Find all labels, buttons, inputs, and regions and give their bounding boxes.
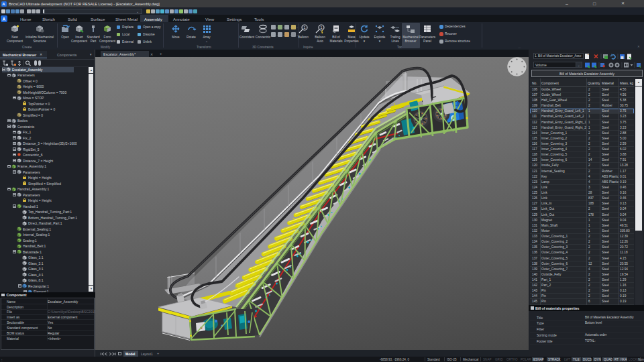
svg-text:1: 1	[303, 25, 306, 29]
svg-text:1: 1	[320, 25, 323, 29]
